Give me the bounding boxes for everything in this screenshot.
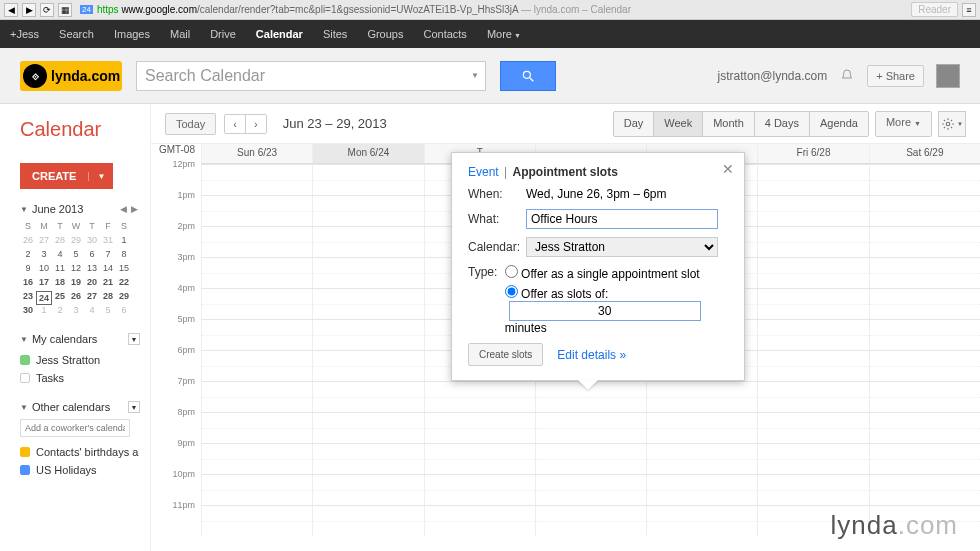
view-month[interactable]: Month bbox=[703, 112, 755, 136]
grid-cell[interactable] bbox=[201, 320, 312, 350]
grid-cell[interactable] bbox=[312, 196, 423, 226]
grid-cell[interactable] bbox=[757, 227, 868, 257]
minical-day[interactable]: 23 bbox=[20, 291, 36, 305]
grid-cell[interactable] bbox=[757, 289, 868, 319]
menu-button[interactable]: ≡ bbox=[962, 3, 976, 17]
view-agenda[interactable]: Agenda bbox=[810, 112, 868, 136]
grid-cell[interactable] bbox=[312, 165, 423, 195]
disclose-icon[interactable]: ▼ bbox=[20, 335, 28, 344]
slot-minutes-input[interactable] bbox=[509, 301, 701, 321]
minical-day[interactable]: 10 bbox=[36, 263, 52, 277]
grid-cell[interactable] bbox=[424, 413, 535, 443]
minical-day[interactable]: 26 bbox=[20, 235, 36, 249]
search-input[interactable]: Search Calendar ▼ bbox=[136, 61, 486, 91]
prev-button[interactable]: ‹ bbox=[225, 115, 246, 133]
minical-day[interactable]: 15 bbox=[116, 263, 132, 277]
minical-day[interactable]: 8 bbox=[116, 249, 132, 263]
grid-cell[interactable] bbox=[312, 475, 423, 505]
grid-cell[interactable] bbox=[869, 227, 980, 257]
minical-day[interactable]: 4 bbox=[84, 305, 100, 319]
calendar-item[interactable]: Tasks bbox=[20, 369, 140, 387]
calendar-swatch[interactable] bbox=[20, 465, 30, 475]
grid-cell[interactable] bbox=[312, 413, 423, 443]
grid-cell[interactable] bbox=[312, 289, 423, 319]
minical-day[interactable]: 11 bbox=[52, 263, 68, 277]
minical-prev[interactable]: ◀ bbox=[118, 204, 129, 214]
grid-cell[interactable] bbox=[312, 227, 423, 257]
grid-cell[interactable] bbox=[312, 506, 423, 536]
grid-cell[interactable] bbox=[646, 382, 757, 412]
grid-cell[interactable] bbox=[201, 289, 312, 319]
grid-cell[interactable] bbox=[869, 475, 980, 505]
minical-day[interactable]: 5 bbox=[68, 249, 84, 263]
share-button[interactable]: + Share bbox=[867, 65, 924, 87]
grid-cell[interactable] bbox=[757, 258, 868, 288]
gbar-item-groups[interactable]: Groups bbox=[357, 28, 413, 40]
view-4days[interactable]: 4 Days bbox=[755, 112, 810, 136]
calendar-swatch[interactable] bbox=[20, 373, 30, 383]
add-coworker-input[interactable] bbox=[20, 419, 130, 437]
create-dropdown-icon[interactable]: ▼ bbox=[88, 172, 113, 181]
grid-cell[interactable] bbox=[424, 475, 535, 505]
create-slots-button[interactable]: Create slots bbox=[468, 343, 543, 366]
minical-day[interactable]: 28 bbox=[52, 235, 68, 249]
calendar-item[interactable]: Jess Stratton bbox=[20, 351, 140, 369]
type-single-radio[interactable] bbox=[505, 265, 518, 278]
grid-cell[interactable] bbox=[535, 475, 646, 505]
grid-cell[interactable] bbox=[535, 444, 646, 474]
grid-cell[interactable] bbox=[869, 196, 980, 226]
grid-cell[interactable] bbox=[757, 351, 868, 381]
gbar-item-contacts[interactable]: Contacts bbox=[413, 28, 476, 40]
grid-cell[interactable] bbox=[757, 196, 868, 226]
grid-cell[interactable] bbox=[757, 444, 868, 474]
minical-day[interactable]: 29 bbox=[116, 291, 132, 305]
gbar-item-search[interactable]: Search bbox=[49, 28, 104, 40]
grid-cell[interactable] bbox=[312, 351, 423, 381]
grid-cell[interactable] bbox=[646, 413, 757, 443]
minical-day[interactable]: 18 bbox=[52, 277, 68, 291]
minical-day[interactable]: 9 bbox=[20, 263, 36, 277]
minical-day[interactable]: 14 bbox=[100, 263, 116, 277]
minical-day[interactable]: 27 bbox=[84, 291, 100, 305]
type-slots-radio[interactable] bbox=[505, 285, 518, 298]
grid-cell[interactable] bbox=[757, 475, 868, 505]
grid-cell[interactable] bbox=[312, 382, 423, 412]
grid-cell[interactable] bbox=[646, 475, 757, 505]
create-button[interactable]: CREATE ▼ bbox=[20, 163, 113, 189]
calendar-swatch[interactable] bbox=[20, 447, 30, 457]
minical-day[interactable]: 2 bbox=[52, 305, 68, 319]
grid-cell[interactable] bbox=[312, 258, 423, 288]
today-button[interactable]: Today bbox=[165, 113, 216, 135]
minical-day[interactable]: 29 bbox=[68, 235, 84, 249]
minical-day[interactable]: 4 bbox=[52, 249, 68, 263]
minical-day[interactable]: 7 bbox=[100, 249, 116, 263]
minical-next[interactable]: ▶ bbox=[129, 204, 140, 214]
minical-day[interactable]: 6 bbox=[84, 249, 100, 263]
disclose-icon[interactable]: ▼ bbox=[20, 403, 28, 412]
calendar-swatch[interactable] bbox=[20, 355, 30, 365]
minical-day[interactable]: 6 bbox=[116, 305, 132, 319]
calendar-select[interactable]: Jess Stratton bbox=[526, 237, 718, 257]
minical-day[interactable]: 1 bbox=[116, 235, 132, 249]
grid-cell[interactable] bbox=[312, 444, 423, 474]
grid-cell[interactable] bbox=[757, 320, 868, 350]
minical-day[interactable]: 5 bbox=[100, 305, 116, 319]
bell-icon[interactable] bbox=[839, 68, 855, 84]
grid-cell[interactable] bbox=[201, 506, 312, 536]
gbar-item-images[interactable]: Images bbox=[104, 28, 160, 40]
minical-day[interactable]: 12 bbox=[68, 263, 84, 277]
minical-day[interactable]: 24 bbox=[36, 291, 52, 305]
grid-cell[interactable] bbox=[201, 382, 312, 412]
calendar-item[interactable]: US Holidays bbox=[20, 461, 140, 479]
grid-cell[interactable] bbox=[201, 227, 312, 257]
minical-day[interactable]: 30 bbox=[84, 235, 100, 249]
next-button[interactable]: › bbox=[246, 115, 266, 133]
tab-appointment-slots[interactable]: Appointment slots bbox=[513, 165, 618, 179]
back-button[interactable]: ◀ bbox=[4, 3, 18, 17]
grid-cell[interactable] bbox=[201, 475, 312, 505]
grid-cell[interactable] bbox=[869, 165, 980, 195]
apps-button[interactable]: ▦ bbox=[58, 3, 72, 17]
grid-cell[interactable] bbox=[757, 165, 868, 195]
close-icon[interactable]: ✕ bbox=[722, 161, 734, 177]
gbar-item-sites[interactable]: Sites bbox=[313, 28, 357, 40]
